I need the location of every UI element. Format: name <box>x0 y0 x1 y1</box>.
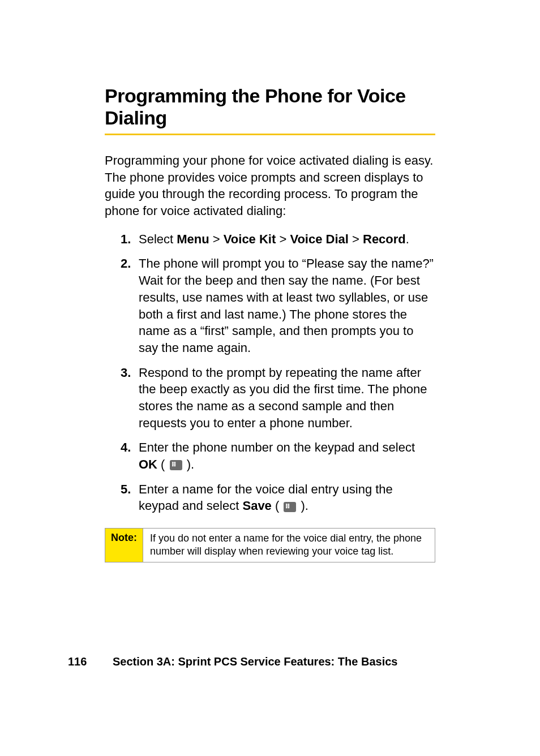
sep: > <box>209 232 224 246</box>
step-5: 5. Enter a name for the voice dial entry… <box>121 481 435 514</box>
step-text: Select Menu > Voice Kit > Voice Dial > R… <box>139 231 435 248</box>
step-pre: Select <box>139 232 177 246</box>
step-text: The phone will prompt you to “Please say… <box>139 255 435 356</box>
menu-path-4: Record <box>363 232 406 246</box>
step-number: 4. <box>121 439 139 472</box>
step-number: 1. <box>121 231 139 248</box>
step-text: Respond to the prompt by repeating the n… <box>139 364 435 432</box>
ok-label: OK <box>139 457 157 471</box>
menu-path-2: Voice Kit <box>224 232 276 246</box>
step-pre: Enter the phone number on the keypad and… <box>139 440 415 454</box>
step-1: 1. Select Menu > Voice Kit > Voice Dial … <box>121 231 435 248</box>
steps-list: 1. Select Menu > Voice Kit > Voice Dial … <box>105 231 435 514</box>
title-underline <box>105 134 435 135</box>
intro-paragraph: Programming your phone for voice activat… <box>105 152 435 220</box>
step-number: 3. <box>121 364 139 432</box>
paren-close: ). <box>183 457 195 471</box>
step-post: . <box>406 232 409 246</box>
menu-path-1: Menu <box>177 232 209 246</box>
page-footer: 116 Section 3A: Sprint PCS Service Featu… <box>68 655 397 668</box>
paren-open: ( <box>272 499 283 513</box>
softkey-icon <box>170 460 182 470</box>
save-label: Save <box>242 499 271 513</box>
step-text: Enter a name for the voice dial entry us… <box>139 481 435 514</box>
note-text: If you do not enter a name for the voice… <box>143 529 435 562</box>
page-number: 116 <box>68 655 87 668</box>
note-label: Note: <box>105 529 143 562</box>
step-number: 5. <box>121 481 139 514</box>
paren-close: ). <box>297 499 308 513</box>
menu-path-3: Voice Dial <box>290 232 349 246</box>
footer-section: Section 3A: Sprint PCS Service Features:… <box>113 655 398 668</box>
step-2: 2. The phone will prompt you to “Please … <box>121 255 435 356</box>
step-3: 3. Respond to the prompt by repeating th… <box>121 364 435 432</box>
step-4: 4. Enter the phone number on the keypad … <box>121 439 435 472</box>
step-text: Enter the phone number on the keypad and… <box>139 439 435 472</box>
paren-open: ( <box>157 457 169 471</box>
note-box: Note: If you do not enter a name for the… <box>105 528 435 562</box>
step-number: 2. <box>121 255 139 356</box>
sep: > <box>349 232 363 246</box>
softkey-icon <box>284 502 296 512</box>
sep: > <box>276 232 290 246</box>
page-title: Programming the Phone for Voice Dialing <box>105 85 435 129</box>
